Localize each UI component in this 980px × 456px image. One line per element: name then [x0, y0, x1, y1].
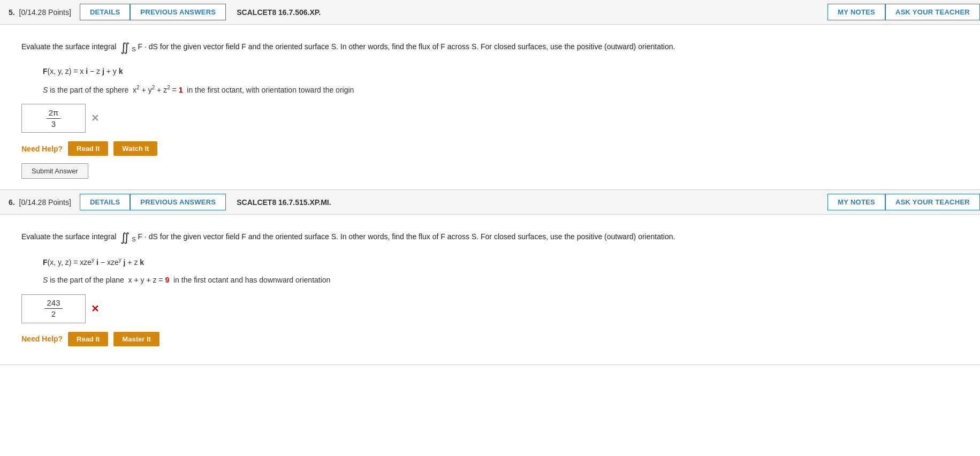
- ask-teacher-button-5[interactable]: ASK YOUR TEACHER: [885, 4, 980, 20]
- question-5-fraction: 2π 3: [47, 108, 61, 129]
- integral-sub-6: S: [132, 237, 135, 243]
- question-5-code: SCALCET8 16.7.506.XP.: [226, 2, 827, 23]
- question-5-surface-desc: S is the part of the sphere x2 + y2 + z2…: [43, 83, 959, 97]
- question-6-header-right: MY NOTES ASK YOUR TEACHER: [827, 194, 980, 210]
- details-button-6[interactable]: DETAILS: [80, 194, 130, 210]
- question-6: 6. [0/14.28 Points] DETAILS PREVIOUS ANS…: [0, 190, 980, 364]
- my-notes-button-6[interactable]: MY NOTES: [827, 194, 885, 210]
- my-notes-button-5[interactable]: MY NOTES: [827, 4, 885, 20]
- integral-symbol-6: ∬: [120, 231, 130, 244]
- question-5-number: 5. [0/14.28 Points]: [0, 2, 80, 23]
- question-6-need-help: Need Help? Read It Master It: [21, 332, 959, 346]
- question-5-header-right: MY NOTES ASK YOUR TEACHER: [827, 4, 980, 20]
- question-6-surface-desc: S is the part of the plane x + y + z = 9…: [43, 273, 959, 287]
- question-6-answer-area: 243 2 ✕: [21, 294, 959, 323]
- previous-answers-button-5[interactable]: PREVIOUS ANSWERS: [130, 4, 226, 20]
- ask-teacher-button-6[interactable]: ASK YOUR TEACHER: [885, 194, 980, 210]
- question-6-check-icon: ✕: [91, 303, 99, 315]
- integral-sub-5: S: [132, 46, 135, 52]
- need-help-label-6: Need Help?: [21, 335, 63, 343]
- question-5-check-icon: ✕: [91, 112, 99, 124]
- question-5-answer-box[interactable]: 2π 3: [21, 104, 86, 133]
- integral-symbol-5: ∬: [120, 41, 130, 54]
- question-5: 5. [0/14.28 Points] DETAILS PREVIOUS ANS…: [0, 0, 980, 190]
- question-6-number: 6. [0/14.28 Points]: [0, 192, 80, 213]
- master-it-button-6[interactable]: Master It: [113, 332, 159, 346]
- question-5-vector-field: F(x, y, z) = x i − z j + y k: [43, 65, 959, 78]
- question-6-vector-field: F(x, y, z) = xzey i − xzey j + z k: [43, 255, 959, 269]
- question-5-body: Evaluate the surface integral ∬S F · dS …: [0, 25, 980, 189]
- watch-it-button-5[interactable]: Watch It: [113, 141, 157, 156]
- question-6-problem-text: Evaluate the surface integral ∬S F · dS …: [21, 227, 959, 247]
- question-5-submit-row: Submit Answer: [21, 163, 959, 179]
- need-help-label-5: Need Help?: [21, 145, 63, 153]
- question-6-code: SCALCET8 16.7.515.XP.MI.: [226, 192, 827, 213]
- submit-answer-button-5[interactable]: Submit Answer: [21, 163, 88, 179]
- question-5-need-help: Need Help? Read It Watch It: [21, 141, 959, 156]
- question-6-fraction: 243 2: [44, 298, 62, 319]
- question-5-answer-area: 2π 3 ✕: [21, 104, 959, 133]
- question-6-header: 6. [0/14.28 Points] DETAILS PREVIOUS ANS…: [0, 190, 980, 215]
- read-it-button-5[interactable]: Read It: [68, 141, 108, 156]
- question-6-answer-box[interactable]: 243 2: [21, 294, 86, 323]
- details-button-5[interactable]: DETAILS: [80, 4, 130, 20]
- previous-answers-button-6[interactable]: PREVIOUS ANSWERS: [130, 194, 226, 210]
- question-5-header: 5. [0/14.28 Points] DETAILS PREVIOUS ANS…: [0, 0, 980, 25]
- question-6-body: Evaluate the surface integral ∬S F · dS …: [0, 215, 980, 364]
- read-it-button-6[interactable]: Read It: [68, 332, 108, 346]
- question-5-problem-text: Evaluate the surface integral ∬S F · dS …: [21, 37, 959, 57]
